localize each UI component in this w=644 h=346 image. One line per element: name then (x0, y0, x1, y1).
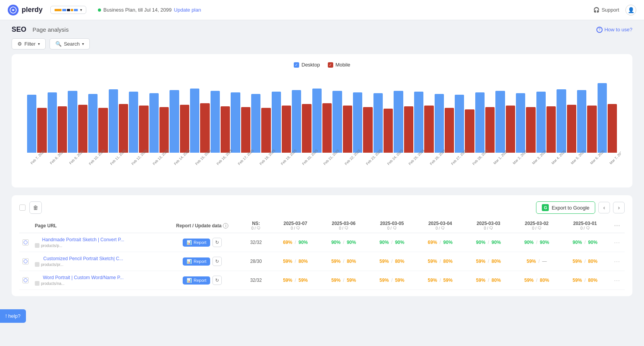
desktop-bar (414, 92, 423, 153)
th-date-0: 2025-03-070 / 🗨 (271, 218, 320, 233)
user-avatar[interactable]: 👤 (625, 5, 636, 15)
plan-text: Business Plan, till Jul 14, 2099 (103, 7, 171, 13)
row-more-icon[interactable]: ⋯ (612, 239, 622, 246)
mobile-bar (221, 106, 230, 153)
mobile-bar (445, 108, 454, 153)
page-header: SEO Page analysis ? How to use? (0, 20, 644, 34)
score-cell: 59% / 80% (320, 252, 368, 271)
score-cell: 90% / 90% (464, 233, 513, 252)
score-b: 90% (492, 240, 501, 245)
page-url-link[interactable]: Customized Pencil Portrait Sketch| C... (35, 256, 132, 261)
score-a: 59% (428, 278, 437, 283)
desktop-bar (211, 91, 220, 153)
logo-text: plerdy (22, 6, 43, 14)
page-title: Page analysis (33, 26, 69, 33)
mobile-bar (322, 103, 332, 153)
next-page-button[interactable]: › (613, 202, 625, 213)
refresh-button[interactable]: ↻ (212, 257, 222, 266)
mobile-bar (343, 106, 352, 153)
score-a: 90% (476, 240, 485, 245)
row-more-icon[interactable]: ⋯ (612, 258, 622, 265)
mobile-bar (241, 107, 250, 153)
top-navigation: plerdy ▾ Business Plan, till Jul 14, 209… (0, 0, 644, 20)
bar-group (292, 90, 312, 153)
bar-group (332, 91, 352, 153)
delete-button[interactable]: 🗑 (29, 201, 42, 214)
desktop-bar (495, 91, 505, 153)
bar-group (353, 92, 373, 153)
chevron-down-icon: ▾ (80, 8, 82, 12)
score-a: 59% (573, 259, 582, 264)
legend-mobile-label: Mobile (336, 62, 350, 68)
select-all-checkbox[interactable] (19, 205, 26, 211)
refresh-button[interactable]: ↻ (212, 276, 222, 285)
seo-badge: SEO (12, 26, 26, 34)
desktop-bar (48, 92, 57, 153)
mobile-bar (58, 106, 67, 153)
question-icon: ? (596, 27, 603, 33)
legend-mobile[interactable]: ✓ Mobile (328, 62, 350, 68)
bar-group (455, 95, 474, 153)
report-icon: 📊 (187, 259, 192, 264)
score-cell: 59% / 80% (464, 252, 513, 271)
prev-page-button[interactable]: ‹ (598, 202, 610, 213)
score-a: 59% (380, 278, 389, 283)
report-button[interactable]: 📊 Report (183, 276, 210, 285)
chart-section: ✓ Desktop ✓ Mobile Feb 7, 2025Feb 8, 202… (12, 54, 632, 187)
update-plan-link[interactable]: Update plan (174, 7, 201, 13)
page-url-link[interactable]: Handmade Portrait Sketch | Convert P... (35, 237, 132, 242)
refresh-button[interactable]: ↻ (212, 238, 222, 247)
score-cell: 59% / 59% (416, 271, 464, 290)
desktop-bar (394, 91, 403, 153)
score-a: 69% (283, 240, 292, 245)
score-a: 59% (380, 259, 389, 264)
score-cell: 59% / 80% (368, 252, 416, 271)
toolbar: ⚙ Filter ▾ 🔍 Search ▾ (0, 34, 644, 54)
report-button[interactable]: 📊 Report (183, 257, 210, 266)
report-cell: 📊 Report ↻ (164, 233, 241, 252)
filter-button[interactable]: ⚙ Filter ▾ (12, 38, 46, 49)
desktop-bar (190, 89, 199, 153)
score-b: 59% (347, 278, 356, 283)
report-button[interactable]: 📊 Report (183, 239, 210, 247)
score-a: 59% (524, 278, 534, 283)
bar-group (129, 92, 149, 153)
desktop-bar (475, 92, 485, 153)
how-to-use-link[interactable]: ? How to use? (596, 27, 632, 33)
search-button[interactable]: 🔍 Search ▾ (50, 38, 90, 49)
mobile-checkbox[interactable]: ✓ (328, 62, 333, 68)
score-b: 80% (588, 259, 598, 264)
desktop-checkbox[interactable]: ✓ (294, 62, 299, 68)
score-cell: 69% / 90% (416, 233, 464, 252)
desktop-bar (251, 94, 260, 153)
score-a: 90% (524, 240, 534, 245)
row-checkbox[interactable] (22, 277, 29, 283)
row-checkbox[interactable] (22, 239, 29, 245)
score-dash: — (542, 259, 547, 264)
score-a: 59% (283, 278, 292, 283)
th-ns: NS: 0 / 🗨 (241, 218, 271, 233)
support-button[interactable]: 🎧 Support (593, 7, 619, 13)
mobile-bar (546, 106, 556, 153)
th-checkbox (19, 218, 32, 233)
chart-labels: Feb 7, 2025Feb 8, 2025Feb 9, 2025Feb 10,… (23, 156, 621, 176)
info-icon[interactable]: i (223, 223, 228, 228)
table-header: Page URL Report / Update data i NS: 0 / … (19, 218, 625, 233)
more-cols-icon[interactable]: ⋯ (612, 222, 622, 229)
mobile-bar (587, 106, 596, 153)
bar-group (27, 95, 47, 153)
legend-desktop[interactable]: ✓ Desktop (294, 62, 320, 68)
site-selector[interactable]: ▾ (50, 6, 86, 14)
row-checkbox[interactable] (22, 258, 29, 264)
table-row: Word Portrait | Custom Word/Name P... pr… (19, 271, 625, 290)
page-url-link[interactable]: Word Portrait | Custom Word/Name P... (35, 275, 132, 280)
mobile-bar (282, 106, 291, 153)
url-favicon (35, 281, 39, 286)
export-google-button[interactable]: G Export to Google (536, 201, 595, 214)
mobile-bar (37, 108, 46, 153)
chart-bars (23, 75, 621, 153)
row-more-icon[interactable]: ⋯ (612, 277, 622, 284)
score-cell: 59% / 80% (561, 271, 609, 290)
table-toolbar: 🗑 G Export to Google ‹ › (19, 201, 625, 214)
mobile-bar (608, 104, 617, 153)
